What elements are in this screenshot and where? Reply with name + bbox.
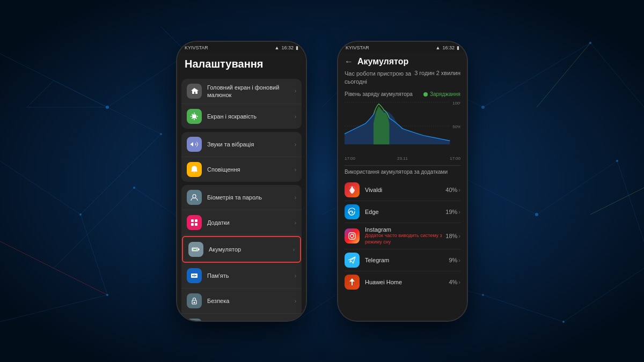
app-item-huawei[interactable]: Huawei Home 4% › — [345, 271, 460, 293]
vivaldi-info: Vivaldi — [365, 187, 445, 193]
signal-icon-right: ▲ — [436, 45, 441, 50]
security-icon — [187, 293, 202, 308]
status-icons-right: ▲ 16:32 ▮ — [436, 45, 459, 50]
uptime-section: Час роботи пристрою за сьогодні 3 годин … — [345, 70, 460, 86]
battery-icon-left: ▮ — [296, 45, 298, 50]
svg-point-60 — [195, 275, 196, 276]
chart-label-start: 17:00 — [345, 156, 355, 161]
svg-point-62 — [194, 302, 195, 303]
uptime-label: Час роботи пристрою за сьогодні — [345, 70, 414, 86]
memory-label: Пам'ять — [207, 272, 295, 279]
right-phone: KYIVSTAR ▲ 16:32 ▮ ← Акумулятор Час робо… — [338, 42, 467, 321]
settings-group-2: Звуки та вібрація › Сповіщення › — [181, 132, 302, 182]
edge-icon — [345, 204, 360, 219]
display-icon — [187, 109, 202, 124]
instagram-percent: 18% › — [445, 233, 460, 239]
battery-content: Час роботи пристрою за сьогодні 3 годин … — [338, 70, 467, 321]
telegram-icon — [345, 253, 360, 268]
svg-text:100%: 100% — [452, 101, 460, 106]
instagram-icon — [345, 228, 360, 243]
security-label: Безпека — [207, 297, 295, 305]
sound-chevron: › — [295, 142, 296, 147]
huawei-name: Huawei Home — [365, 279, 449, 285]
bio-label: Біометрія та пароль — [207, 194, 295, 201]
home-label: Головний екран і фоновий малюнок — [207, 84, 295, 99]
apps-section-title: Використання акумулятора за додатками — [345, 169, 460, 175]
app-item-edge[interactable]: Edge 19% › — [345, 201, 460, 223]
vivaldi-name: Vivaldi — [365, 187, 445, 193]
charging-badge: Заряджання — [423, 91, 460, 97]
settings-item-apps[interactable]: Додатки › — [181, 210, 302, 235]
settings-group-1: Головний екран і фоновий малюнок › Екран… — [181, 79, 302, 129]
status-bar-left: KYIVSTAR ▲ 16:32 ▮ — [177, 42, 306, 53]
memory-icon — [187, 268, 202, 283]
notif-chevron: › — [295, 167, 296, 173]
apps-icon — [187, 215, 202, 230]
display-chevron: › — [295, 114, 296, 120]
home-chevron: › — [295, 88, 296, 94]
back-button[interactable]: ← — [345, 57, 353, 67]
settings-item-privacy[interactable]: Конфіденційність › — [181, 314, 302, 320]
chart-label-mid: 23.11 — [397, 156, 408, 161]
svg-rect-52 — [191, 219, 194, 222]
security-chevron: › — [295, 298, 296, 304]
phones-container: KYIVSTAR ▲ 16:32 ▮ Налаштування Головн — [0, 0, 644, 362]
battery-icon — [188, 242, 203, 257]
settings-item-battery[interactable]: Акумулятор › — [182, 236, 301, 263]
notif-icon — [187, 162, 202, 177]
telegram-name: Telegram — [365, 257, 449, 263]
huawei-info: Huawei Home — [365, 279, 449, 285]
home-icon — [187, 84, 202, 99]
battery-title: Акумулятор — [357, 57, 408, 67]
memory-chevron: › — [295, 273, 296, 279]
charging-dot — [423, 92, 428, 97]
settings-item-notif[interactable]: Сповіщення › — [181, 157, 302, 182]
apps-chevron: › — [295, 220, 296, 226]
settings-list: Головний екран і фоновий малюнок › Екран… — [177, 79, 306, 321]
svg-rect-57 — [193, 249, 197, 250]
privacy-icon — [187, 319, 202, 320]
settings-group-3: Біометрія та пароль › Додатки › — [181, 185, 302, 320]
battery-chart: 100% 50% — [345, 99, 460, 153]
settings-item-memory[interactable]: Пам'ять › — [181, 263, 302, 289]
uptime-value: 3 годин 2 хвилин — [414, 70, 460, 76]
svg-rect-54 — [191, 223, 194, 226]
svg-point-71 — [354, 234, 355, 235]
telegram-info: Telegram — [365, 257, 449, 263]
app-item-vivaldi[interactable]: Vivaldi 40% › — [345, 179, 460, 201]
left-phone: KYIVSTAR ▲ 16:32 ▮ Налаштування Головн — [177, 42, 306, 321]
carrier-left: KYIVSTAR — [185, 45, 208, 50]
settings-item-display[interactable]: Екран і яскравість › — [181, 104, 302, 129]
sound-label: Звуки та вібрація — [207, 141, 295, 148]
huawei-percent: 4% › — [449, 279, 460, 285]
settings-item-security[interactable]: Безпека › — [181, 289, 302, 314]
edge-info: Edge — [365, 209, 445, 215]
apps-label: Додатки — [207, 219, 295, 226]
instagram-info: Instagram Додаток часто виводить систему… — [365, 226, 445, 245]
edge-name: Edge — [365, 209, 445, 215]
settings-item-bio[interactable]: Біометрія та пароль › — [181, 185, 302, 210]
svg-rect-69 — [349, 233, 355, 239]
edge-percent: 19% › — [445, 209, 460, 215]
settings-item-home[interactable]: Головний екран і фоновий малюнок › — [181, 79, 302, 105]
svg-rect-55 — [195, 223, 197, 226]
app-item-instagram[interactable]: Instagram Додаток часто виводить систему… — [345, 223, 460, 249]
app-item-telegram[interactable]: Telegram 9% › — [345, 249, 460, 271]
sound-icon — [187, 137, 202, 152]
battery-screen: ← Акумулятор Час роботи пристрою за сьог… — [338, 53, 467, 321]
charge-level-row: Рівень заряду акумулятора Заряджання — [345, 91, 460, 97]
chart-label-end: 17:00 — [450, 156, 460, 161]
battery-header: ← Акумулятор — [338, 53, 467, 70]
svg-text:50%: 50% — [452, 124, 460, 129]
settings-header: Налаштування — [177, 53, 306, 79]
settings-item-sound[interactable]: Звуки та вібрація › — [181, 132, 302, 157]
signal-icon-left: ▲ — [275, 45, 280, 50]
svg-point-59 — [192, 275, 193, 276]
settings-screen: Налаштування Головний екран і фоновий ма… — [177, 53, 306, 321]
instagram-warning: Додаток часто виводить систему з режиму … — [365, 233, 445, 245]
carrier-right: KYIVSTAR — [346, 45, 369, 50]
chart-svg: 100% 50% — [345, 99, 460, 150]
battery-label: Акумулятор — [209, 246, 293, 253]
charge-label: Рівень заряду акумулятора — [345, 91, 413, 97]
huawei-icon — [345, 275, 360, 290]
